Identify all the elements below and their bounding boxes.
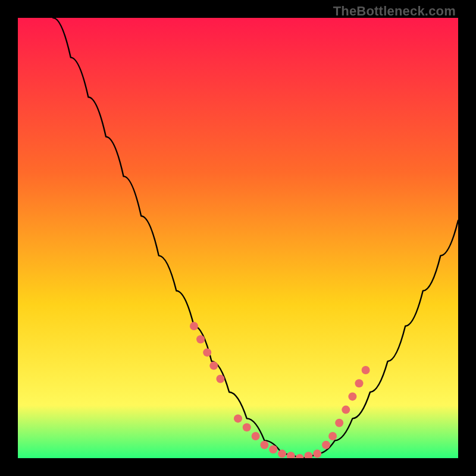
highlight-dot	[313, 450, 321, 458]
highlight-dot	[196, 335, 205, 343]
highlight-dot	[209, 362, 218, 370]
highlight-dot	[322, 441, 330, 449]
highlight-dot	[269, 445, 277, 453]
gradient-background	[18, 18, 458, 458]
chart-frame	[18, 18, 458, 458]
highlight-dot	[190, 322, 198, 330]
highlight-dot	[328, 432, 337, 440]
highlight-dot	[216, 375, 224, 383]
watermark-text: TheBottleneck.com	[333, 4, 456, 19]
highlight-dot	[252, 432, 260, 440]
highlight-dot	[335, 419, 343, 427]
highlight-dot	[362, 366, 370, 374]
highlight-dot	[243, 423, 251, 431]
highlight-dot	[234, 414, 242, 422]
highlight-dot	[260, 441, 268, 449]
bottleneck-chart	[18, 18, 458, 458]
highlight-dot	[348, 392, 356, 400]
highlight-dot	[203, 348, 211, 356]
highlight-dot	[342, 406, 350, 414]
highlight-dot	[355, 379, 364, 387]
highlight-dot	[278, 450, 286, 458]
